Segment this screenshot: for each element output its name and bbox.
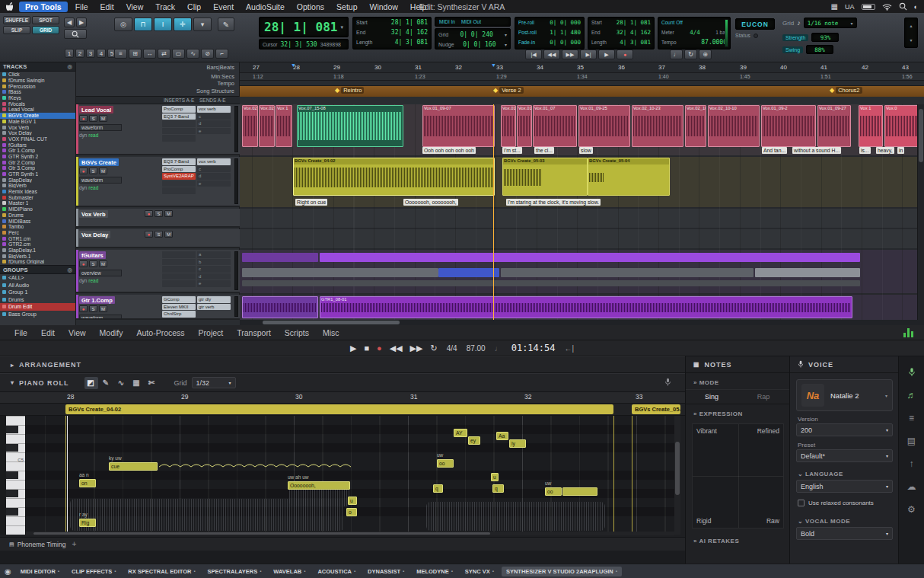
main-counter[interactable]: 28| 1| 081 ▾ [259,17,349,37]
mode-slip-button[interactable]: SLIP [3,26,30,34]
arrangement-section-header[interactable]: ▸ ARRANGEMENT [0,356,685,373]
track-view-selector[interactable]: waveform [79,177,122,184]
mute-button[interactable]: M [99,168,107,174]
menu-view[interactable]: View [120,2,150,11]
audio-clip-vox-01-09-27[interactable]: Vox.01_09-27 [817,105,851,147]
sidebar-track-fbass[interactable]: fBass [0,89,75,95]
mixer-icon[interactable]: ≡ [903,410,920,426]
insert-procomp[interactable]: ProComp [162,106,196,113]
record-enable-button[interactable]: ● [145,231,153,238]
sidebar-track-vox-verb[interactable]: Vox Verb [0,124,75,130]
minsec-ruler[interactable]: 1:121:181:231:291:341:401:451:511:56 [240,73,924,81]
audio-clip-bgvs-create-04-02[interactable]: BGVs Create_04-02 [293,158,495,196]
synthv-menu-auto-process[interactable]: Auto-Process [130,328,192,337]
tab-bar-home-icon[interactable]: ◉ [5,567,11,576]
ruler-name-minsec[interactable]: Min:Secs [211,73,234,80]
menu-audiosuite[interactable]: AudioSuite [240,2,291,11]
pointer-tool[interactable]: ◩ [84,377,98,389]
pencil-tool[interactable]: ✎ [100,377,113,389]
audio-clip-vox-01-09-25[interactable]: Vox.01_09-25 [578,105,630,147]
zoom-out-button[interactable]: ◀ [64,18,75,27]
sidebar-track-fdrums-swingin[interactable]: fDrums Swingin [0,78,75,84]
mute-button[interactable]: M [99,305,107,312]
send-c[interactable]: c [197,166,231,173]
sidebar-track-gtr-3-comp[interactable]: Gtr 3.Comp [0,165,75,171]
audio-clip-vox-01-09-07[interactable]: Vox.01_09-07 [422,105,495,147]
strength-setting[interactable]: Strength 93% [782,33,839,42]
nudge-chevron[interactable]: ▾ [505,42,507,47]
memory-location-2[interactable]: 2 [75,49,84,58]
settings-icon[interactable]: ⚙ [903,501,920,518]
track-view-selector[interactable]: waveform [79,124,122,131]
toolbar-option-icon-2[interactable]: ↔ [143,49,156,59]
menu-track[interactable]: Track [149,2,181,11]
transport-record-button[interactable]: ● [617,49,633,59]
grid-chevron[interactable]: ▾ [505,32,507,37]
synthv-rewind-button[interactable]: ◀◀ [390,343,403,353]
zoom-toggle-button[interactable] [64,29,87,39]
guitar-segment-1[interactable] [320,253,860,262]
midi-note-ay[interactable]: AY [454,429,467,437]
group-drums[interactable]: Drums [0,296,75,304]
synthv-menu-project[interactable]: Project [192,328,231,337]
audio-clip-bgvs-create-05-03[interactable]: BGVs Create_05-03 [502,158,588,196]
menu-options[interactable]: Options [291,2,330,11]
sidebar-track-bigverb-1[interactable]: BigVerb.1 [0,253,75,259]
send-gtr-dly[interactable]: gtr dly [197,296,231,303]
track-header-gtr-1-comp[interactable]: Gtr 1.Comp●SMwaveformGCompEleven MKIIChn… [76,295,240,320]
add-panel-button[interactable]: + [72,540,76,548]
track-name-label[interactable]: fGuitars [79,251,106,259]
menu-app-name[interactable]: Pro Tools [19,2,68,12]
midi-note-cue[interactable]: cue [109,462,158,471]
zoom-in-button[interactable]: ▶ [76,18,87,27]
version-select[interactable]: 200▾ [796,423,893,436]
insert-empty[interactable] [162,259,196,266]
midi-note-oo[interactable]: oo [437,459,454,468]
synthv-stop-button[interactable]: ■ [364,343,369,353]
timeline-ruler[interactable]: Bars|Beats Min:Secs Tempo Song Structure… [0,62,924,97]
track-name-label[interactable]: Vox Delay [79,231,110,238]
audio-clip-vox-02-1[interactable]: Vox.02_1 [259,105,275,147]
transport-extra-icon-2[interactable]: ⊕ [699,49,712,59]
ruler-name-tempo[interactable]: Tempo [217,80,234,87]
cloud-icon[interactable]: ☁ [903,478,920,495]
track-header-vox-delay[interactable]: Vox Delay●SM [76,229,240,248]
battery-icon[interactable] [862,4,875,10]
grid-right-value-box[interactable]: 1/16 note ▾ [804,18,857,28]
sidebar-track-midibass[interactable]: MIDIBass [0,218,75,224]
pr-horizontal-scrollbar[interactable] [26,532,674,535]
synthv-play-button[interactable]: ▶ [350,343,356,353]
plugin-tab-clip-effects[interactable]: CLIP EFFECTS▪ [67,567,120,576]
swing-setting[interactable]: Swing 88% [782,45,833,54]
send-gtr-verb[interactable]: gtr verb [197,304,231,311]
sidebar-track-fkeys[interactable]: fKeys [0,95,75,101]
track-name-label[interactable]: Vox Verb [79,210,108,218]
group-all-audio[interactable]: All Audio [0,282,75,289]
sidebar-track-gtr-1-comp[interactable]: Gtr 1.Comp [0,148,75,154]
tempo-ruler[interactable] [240,81,924,86]
send-vox-verb[interactable]: vox verb [197,106,231,113]
groups-panel-header[interactable]: GROUPS ◎ [0,265,75,274]
wifi-icon[interactable] [882,3,892,11]
synthv-menu-scripts[interactable]: Scripts [278,328,316,337]
memory-location-3[interactable]: 3 [86,49,95,58]
search-icon[interactable] [899,2,907,11]
midi-note-u[interactable]: u [348,497,357,505]
insert-eleven-mkii[interactable]: Eleven MKII [162,304,196,311]
transport-extra-icon-1[interactable]: ↻ [684,49,697,59]
send-d[interactable]: d [197,120,231,127]
black-key[interactable] [6,508,18,516]
pencil-tool-button[interactable]: ✎ [218,18,234,31]
insert-empty[interactable] [162,128,196,135]
metronome-icon[interactable]: ♩ [495,344,502,353]
send-a[interactable]: a [197,251,231,258]
insert-eq3-7-band[interactable]: EQ3 7-Band [162,158,196,165]
preroll-display[interactable]: Pre-roll0| 0| 000 Post-roll1| 1| 480 Fad… [515,17,585,49]
audio-clip-bgvs-create-05-04[interactable]: BGVs Create_05-04 [588,158,670,196]
track-header-vox-verb[interactable]: Vox Verb●SM [76,209,240,228]
tempo-display[interactable]: Count Off Meter4/41 bar Tempo87.0000 [658,17,731,49]
pitch-tool[interactable]: ∿ [115,377,129,389]
voice-card-chevron[interactable]: ▾ [885,393,887,398]
sidebar-track-midipiano[interactable]: MIDIPiano [0,206,75,212]
automation-selector[interactable]: dyn read [79,133,98,138]
